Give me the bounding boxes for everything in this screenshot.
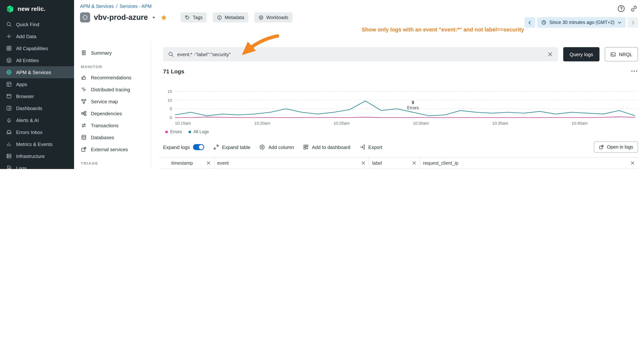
global-nav-all-entities[interactable]: All Entities (0, 54, 74, 66)
global-nav-logs[interactable]: Logs (0, 162, 74, 169)
corner-icons (617, 5, 638, 13)
inbox-icon (6, 129, 12, 135)
thumbs-up-icon (81, 75, 87, 81)
breadcrumb-separator: / (116, 4, 118, 9)
remove-column-timestamp-icon[interactable] (206, 161, 211, 165)
time-range-label: Since 30 minutes ago (GMT+2) (550, 20, 614, 25)
plus-circle-icon (259, 144, 265, 150)
entity-nav-distributed-tracing[interactable]: Distributed tracing (77, 84, 148, 96)
search-icon (6, 21, 12, 27)
global-nav-label: All Capabilities (16, 46, 48, 51)
remove-column-request-client-ip-icon[interactable] (630, 161, 635, 165)
svg-text:10:35am: 10:35am (492, 121, 508, 126)
page-header: APM & Services/Services - APM vbv-prod-a… (74, 0, 644, 41)
chevron-right-icon (630, 20, 635, 25)
service-map-icon (81, 98, 87, 104)
global-nav-apm-services[interactable]: APM & Services (0, 66, 74, 78)
entity-type-badge (80, 12, 90, 23)
global-nav-label: Browser (16, 93, 34, 99)
time-range-picker[interactable]: Since 30 minutes ago (GMT+2) (537, 17, 626, 28)
logs-icon (6, 165, 12, 169)
logs-query-input[interactable]: event:* -"label":"security" (163, 47, 558, 61)
main-content: event:* -"label":"security" Query logs N… (151, 41, 644, 169)
entity-nav-recommendations[interactable]: Recommendations (77, 72, 148, 84)
workloads-icon (258, 15, 264, 20)
global-nav-browser[interactable]: Browser (0, 90, 74, 102)
legend-errors[interactable]: Errors (165, 130, 182, 134)
entity-nav-dependencies[interactable]: Dependencies (77, 107, 148, 119)
global-nav-label: Quick Find (16, 22, 39, 27)
table-header-row: timestampeventlabelrequest_client_ip (158, 158, 638, 169)
global-nav-label: Alerts & AI (16, 117, 39, 123)
entity-nav-label: External services (91, 147, 128, 152)
remove-column-event-icon[interactable] (361, 161, 366, 165)
expand-logs-label: Expand logs (163, 144, 190, 150)
add-to-dashboard-button[interactable]: Add to dashboard (303, 144, 350, 150)
global-nav-alerts-ai[interactable]: Alerts & AI (0, 114, 74, 126)
more-options-icon[interactable] (630, 67, 638, 75)
global-nav-metrics-events[interactable]: Metrics & Events (0, 138, 74, 150)
legend-label: All Logs (194, 130, 209, 134)
time-picker-row: Since 30 minutes ago (GMT+2) (525, 17, 638, 28)
title-dropdown-caret-icon[interactable] (152, 15, 156, 20)
svg-text:15: 15 (168, 89, 172, 94)
dependencies-icon (81, 110, 87, 116)
entity-nav-label: Recommendations (91, 75, 132, 80)
help-circle-icon[interactable] (617, 5, 625, 13)
workloads-label: Workloads (266, 15, 288, 20)
entity-nav-label: Errors (errors inb... (91, 168, 127, 169)
svg-text:10:15am: 10:15am (175, 121, 191, 126)
logs-count-title: 71 Logs (163, 68, 184, 74)
time-back-button[interactable] (525, 17, 535, 28)
export-button[interactable]: Export (360, 144, 382, 150)
entity-nav-errors-errors-inb[interactable]: Errors (errors inb...New (77, 168, 148, 169)
add-column-label: Add column (268, 144, 294, 150)
global-nav-label: All Entities (16, 58, 39, 63)
expand-logs-toggle[interactable] (193, 144, 204, 150)
entity-nav-label: Distributed tracing (91, 87, 130, 92)
query-logs-button[interactable]: Query logs (563, 47, 600, 61)
svg-text:Errors: Errors (407, 105, 419, 110)
nrql-button[interactable]: NRQL (605, 47, 638, 61)
metadata-button[interactable]: Metadata (213, 12, 248, 23)
workloads-button[interactable]: Workloads (254, 12, 292, 23)
global-nav-quick-find[interactable]: Quick Find (0, 18, 74, 30)
global-nav-infrastructure[interactable]: Infrastructure (0, 150, 74, 162)
add-column-button[interactable]: Add column (259, 144, 294, 150)
search-icon (168, 51, 174, 57)
newrelic-logo[interactable]: new relic. (0, 0, 74, 18)
query-row: event:* -"label":"security" Query logs N… (163, 47, 638, 61)
remove-column-label-icon[interactable] (412, 161, 416, 165)
svg-text:10: 10 (168, 98, 172, 103)
browser-icon (6, 93, 12, 99)
expand-table-button[interactable]: Expand table (213, 144, 250, 150)
svg-text:0: 0 (412, 100, 414, 105)
global-nav-all-capabilities[interactable]: All Capabilities (0, 42, 74, 54)
entity-nav-service-map[interactable]: Service map (77, 96, 148, 107)
entity-nav-databases[interactable]: Databases (77, 131, 148, 143)
legend-all-logs[interactable]: All Logs (189, 130, 209, 134)
favorite-star-icon[interactable] (161, 14, 167, 21)
global-nav-apps[interactable]: Apps (0, 78, 74, 90)
global-nav-label: Errors Inbox (16, 129, 43, 135)
entity-nav-external-services[interactable]: External services (77, 143, 148, 155)
breadcrumb-link-services-apm[interactable]: Services - APM (120, 4, 152, 9)
breadcrumb-link-apm-services[interactable]: APM & Services (80, 4, 114, 9)
entity-nav-label: Service map (91, 99, 118, 104)
add-to-dashboard-label: Add to dashboard (312, 144, 350, 150)
global-nav-dashboards[interactable]: Dashboards (0, 102, 74, 114)
permalink-icon[interactable] (630, 5, 638, 13)
logs-header: 71 Logs (163, 67, 638, 75)
plus-icon (6, 33, 12, 39)
global-nav-list: Quick FindAdd DataAll CapabilitiesAll En… (0, 18, 74, 169)
column-header-event: event (214, 158, 369, 168)
entity-nav-summary[interactable]: Summary (77, 47, 148, 59)
tags-button[interactable]: Tags (181, 12, 207, 23)
time-forward-button[interactable] (628, 17, 638, 28)
log-row[interactable]: JUQVU&code=eyJraWQiOiJjcGltY29yZV8wOTl1M… (158, 169, 638, 169)
clear-query-icon[interactable] (547, 51, 553, 57)
open-in-logs-button[interactable]: Open in logs (594, 142, 638, 153)
entity-nav-transactions[interactable]: Transactions (77, 119, 148, 131)
global-nav-errors-inbox[interactable]: Errors Inbox (0, 126, 74, 138)
global-nav-add-data[interactable]: Add Data (0, 30, 74, 42)
